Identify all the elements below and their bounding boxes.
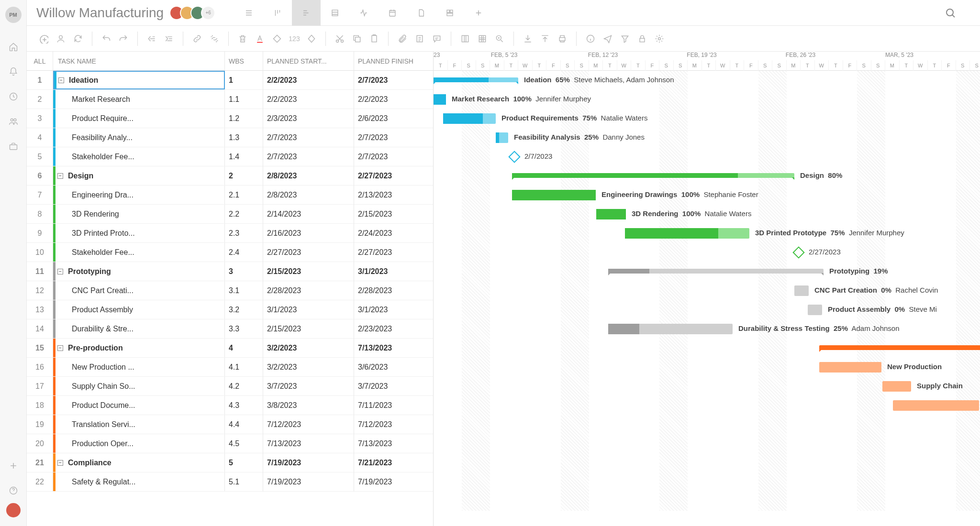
notes-icon[interactable] [412,32,427,46]
grid-body[interactable]: 1−Ideation12/2/20232/7/20232Market Resea… [27,71,433,526]
collapse-icon[interactable]: − [57,345,63,351]
planned-start-cell[interactable]: 2/15/2023 [263,262,354,281]
wbs-cell[interactable]: 5 [225,453,263,472]
table-row[interactable]: 6−Design22/8/20232/27/2023 [27,166,433,186]
wbs-cell[interactable]: 3.3 [225,319,263,339]
table-row[interactable]: 15−Pre-production43/2/20237/13/2023 [27,339,433,358]
task-name-cell[interactable]: −Compliance [53,453,225,472]
task-name-cell[interactable]: Safety & Regulat... [53,472,225,491]
planned-finish-cell[interactable]: 2/28/2023 [354,281,433,300]
planned-start-cell[interactable]: 7/19/2023 [263,472,354,492]
grid-icon[interactable] [475,32,490,46]
tag-icon[interactable] [270,32,284,46]
print-icon[interactable] [555,32,569,46]
collapse-icon[interactable]: − [57,269,63,274]
task-name-cell[interactable]: Product Docume... [53,396,225,415]
wbs-cell[interactable]: 3 [225,262,263,281]
planned-finish-cell[interactable]: 7/13/2023 [354,339,433,358]
wbs-cell[interactable]: 4.3 [225,396,263,415]
list-view-tab[interactable] [234,0,263,26]
planned-start-cell[interactable]: 7/12/2023 [263,415,354,434]
table-row[interactable]: 17Supply Chain So...4.23/7/20233/7/2023 [27,377,433,396]
wbs-cell[interactable]: 2.1 [225,186,263,205]
planned-finish-cell[interactable]: 7/11/2023 [354,396,433,415]
gantt-chart[interactable]: TFSSMTWTFSSMTWTFSSMTWTFSSMTWTFSSMTWTFSS … [434,52,980,526]
planned-finish-cell[interactable]: 3/6/2023 [354,358,433,377]
task-name-cell[interactable]: Translation Servi... [53,415,225,434]
calendar-view-tab[interactable] [378,0,407,26]
planned-finish-cell[interactable]: 2/6/2023 [354,109,433,128]
bell-icon[interactable] [7,65,20,78]
avatar-overflow[interactable]: +6 [201,6,215,20]
wbs-cell[interactable]: 1 [225,71,263,90]
gantt-bar[interactable] [596,209,626,219]
gantt-bar[interactable] [808,305,822,315]
task-name-cell[interactable]: −Ideation [53,71,225,89]
wbs-cell[interactable]: 2.4 [225,243,263,262]
diamond-icon[interactable] [304,32,319,46]
col-wbs[interactable]: WBS [225,52,263,71]
planned-start-cell[interactable]: 2/8/2023 [263,186,354,205]
planned-start-cell[interactable]: 2/27/2023 [263,243,354,262]
planned-start-cell[interactable]: 3/2/2023 [263,339,354,358]
planned-start-cell[interactable]: 2/2/2023 [263,71,354,90]
planned-start-cell[interactable]: 2/3/2023 [263,109,354,128]
collapse-icon[interactable]: − [58,77,64,83]
planned-finish-cell[interactable]: 2/15/2023 [354,205,433,224]
col-all[interactable]: ALL [27,52,53,71]
text-color-icon[interactable] [253,32,267,46]
task-name-cell[interactable]: Market Research [53,90,225,109]
gantt-bar[interactable] [608,324,733,334]
wbs-cell[interactable]: 3.2 [225,300,263,319]
gantt-bar[interactable] [819,362,881,373]
task-name-cell[interactable]: CNC Part Creati... [53,281,225,300]
gantt-bar[interactable] [819,345,980,350]
wbs-cell[interactable]: 4.5 [225,434,263,453]
task-name-cell[interactable]: Product Assembly [53,300,225,319]
activity-view-tab[interactable] [349,0,378,26]
task-name-cell[interactable]: 3D Printed Proto... [53,224,225,242]
table-row[interactable]: 20Production Oper...4.57/13/20237/13/202… [27,434,433,453]
planned-finish-cell[interactable]: 2/2/2023 [354,90,433,109]
gantt-view-tab[interactable] [292,0,321,26]
cut-icon[interactable] [333,32,347,46]
task-name-cell[interactable]: −Pre-production [53,339,225,357]
add-task-icon[interactable] [36,32,51,46]
gantt-bar[interactable] [608,269,824,274]
planned-finish-cell[interactable]: 7/19/2023 [354,472,433,492]
task-name-cell[interactable]: Engineering Dra... [53,186,225,204]
planned-finish-cell[interactable]: 2/13/2023 [354,186,433,205]
task-name-cell[interactable]: Stakeholder Fee... [53,243,225,262]
table-row[interactable]: 93D Printed Proto...2.32/16/20232/24/202… [27,224,433,243]
planned-start-cell[interactable]: 2/14/2023 [263,205,354,224]
planned-start-cell[interactable]: 2/28/2023 [263,281,354,300]
planned-start-cell[interactable]: 7/19/2023 [263,453,354,472]
unlink-icon[interactable] [207,32,222,46]
columns-icon[interactable] [458,32,472,46]
table-row[interactable]: 10Stakeholder Fee...2.42/27/20232/27/202… [27,243,433,262]
table-row[interactable]: 2Market Research1.12/2/20232/2/2023 [27,90,433,109]
gantt-bar[interactable] [496,132,508,143]
col-planned-finish[interactable]: PLANNED FINISH [354,52,433,71]
gantt-bar[interactable] [794,285,809,296]
wbs-cell[interactable]: 4.2 [225,377,263,396]
plus-icon[interactable] [7,459,20,472]
table-row[interactable]: 3Product Require...1.22/3/20232/6/2023 [27,109,433,128]
col-task-name[interactable]: TASK NAME [53,52,225,71]
col-planned-start[interactable]: PLANNED START... [263,52,354,71]
wbs-cell[interactable]: 4.1 [225,358,263,377]
people-icon[interactable] [7,115,20,128]
task-name-cell[interactable]: Durability & Stre... [53,319,225,338]
refresh-icon[interactable] [71,32,85,46]
planned-finish-cell[interactable]: 2/7/2023 [354,147,433,166]
wbs-cell[interactable]: 2 [225,166,263,186]
planned-start-cell[interactable]: 2/7/2023 [263,128,354,147]
download-icon[interactable] [521,32,535,46]
planned-start-cell[interactable]: 2/2/2023 [263,90,354,109]
planned-start-cell[interactable]: 2/7/2023 [263,147,354,166]
table-row[interactable]: 1−Ideation12/2/20232/7/2023 [27,71,433,90]
table-row[interactable]: 16New Production ...4.13/2/20233/6/2023 [27,358,433,377]
task-name-cell[interactable]: Product Require... [53,109,225,128]
info-icon[interactable] [583,32,598,46]
wbs-cell[interactable]: 4.4 [225,415,263,434]
